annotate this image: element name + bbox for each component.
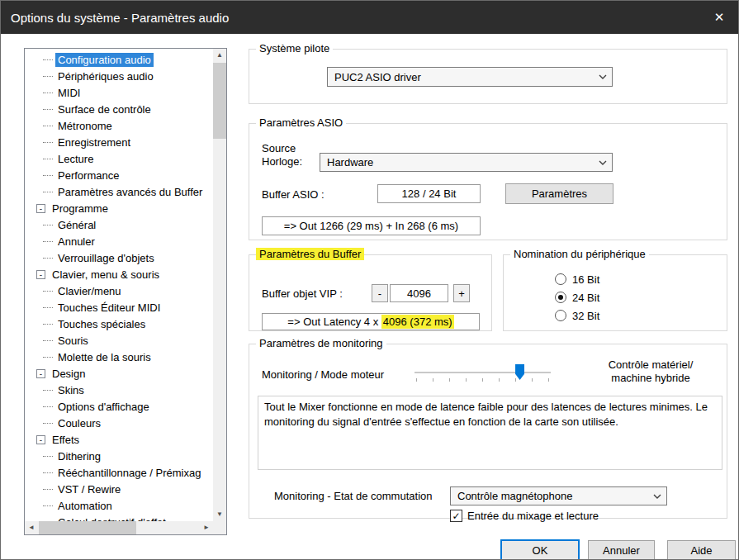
- tree-item-label: VST / Rewire: [55, 482, 123, 496]
- tree-connector: [43, 340, 53, 341]
- tree-connector: [43, 225, 53, 225]
- tree-horizontal-scrollbar[interactable]: ◄ ►: [25, 521, 213, 534]
- tree-vertical-scrollbar[interactable]: ▲ ▼: [213, 49, 226, 521]
- vertical-scrollbar-thumb[interactable]: [213, 63, 226, 139]
- tree-item[interactable]: Métronome: [26, 117, 213, 134]
- buffer-decrease-button[interactable]: -: [372, 284, 388, 302]
- mix-playback-option[interactable]: ✓ Entrée du mixage et lecture: [450, 510, 599, 522]
- radio-icon[interactable]: [555, 310, 566, 321]
- tree-item-label: Périphériques audio: [55, 69, 156, 83]
- bit-options: 16 Bit24 Bit32 Bit: [555, 270, 599, 325]
- scroll-down-icon[interactable]: ▼: [213, 508, 226, 521]
- tree-item[interactable]: Paramètres avancés du Buffer: [26, 183, 213, 200]
- tree-connector: [43, 307, 53, 308]
- scroll-up-icon[interactable]: ▲: [213, 49, 226, 62]
- tree-item[interactable]: Performance: [26, 167, 213, 183]
- horizontal-scrollbar-thumb[interactable]: [39, 521, 136, 534]
- monitoring-state-select[interactable]: Contrôle magnétophone: [450, 486, 667, 505]
- tree-item[interactable]: Calcul destructif d'effet: [26, 514, 213, 521]
- tree-item[interactable]: Lecture: [26, 150, 213, 167]
- window-title: Options du système - Paramètres audio: [1, 11, 229, 25]
- collapse-icon[interactable]: -: [36, 369, 45, 378]
- collapse-icon[interactable]: -: [36, 270, 45, 279]
- dialog-content: Configuration audioPériphériques audioMI…: [1, 34, 739, 560]
- settings-tree: Configuration audioPériphériques audioMI…: [24, 48, 227, 535]
- slider-ticks: [416, 378, 549, 382]
- tree-item-label: Paramètres avancés du Buffer: [55, 185, 205, 199]
- collapse-icon[interactable]: -: [36, 204, 45, 213]
- tree-item-label: Skins: [55, 383, 87, 397]
- tree-connector: [43, 76, 53, 77]
- driver-select[interactable]: PUC2 ASIO driver: [327, 67, 613, 87]
- tree-item-label: Touches spéciales: [55, 317, 148, 331]
- scroll-right-icon[interactable]: ►: [200, 521, 213, 534]
- scrollbar-corner: [213, 521, 226, 534]
- tree-connector: [43, 159, 53, 159]
- checkbox-icon[interactable]: ✓: [450, 510, 462, 522]
- tree-item[interactable]: -Effets: [26, 431, 213, 448]
- tree-item[interactable]: Touches Éditeur MIDI: [26, 299, 213, 316]
- tree-item-label: Performance: [55, 168, 121, 183]
- tree-item[interactable]: Souris: [26, 332, 213, 349]
- tree-connector: [43, 109, 53, 110]
- vip-buffer-value[interactable]: 4096: [390, 284, 448, 302]
- clock-source-value: Hardware: [320, 156, 594, 168]
- tree-item[interactable]: Périphériques audio: [26, 68, 213, 84]
- bit-option-label: 24 Bit: [572, 292, 599, 304]
- device-naming-group: Nomination du périphérique 16 Bit24 Bit3…: [503, 254, 727, 331]
- tree-item[interactable]: -Clavier, menu & souris: [26, 266, 213, 282]
- tree-connector: [43, 505, 53, 506]
- vip-buffer-label: Buffer objet VIP :: [262, 287, 343, 300]
- audio-settings-dialog: Options du système - Paramètres audio ✕ …: [0, 0, 739, 560]
- tree-item[interactable]: Clavier/menu: [26, 282, 213, 299]
- scroll-left-icon[interactable]: ◄: [25, 521, 38, 534]
- monitoring-mode-slider[interactable]: [415, 364, 551, 386]
- tree-item[interactable]: Surface de contrôle: [26, 101, 213, 117]
- chevron-down-icon: [594, 74, 612, 79]
- tree-item[interactable]: Couleurs: [26, 415, 213, 431]
- radio-icon[interactable]: [555, 292, 566, 303]
- tree-item[interactable]: Molette de la souris: [26, 349, 213, 365]
- tree-item[interactable]: Rééchantillonnage / Prémixag: [26, 464, 213, 481]
- tree-item[interactable]: -Programme: [26, 200, 213, 216]
- buffer-increase-button[interactable]: +: [453, 284, 470, 302]
- tree-item[interactable]: Automation: [26, 497, 213, 514]
- mix-playback-label: Entrée du mixage et lecture: [467, 510, 599, 522]
- radio-icon[interactable]: [555, 273, 566, 285]
- bit-option[interactable]: 32 Bit: [555, 306, 599, 325]
- ok-button[interactable]: OK: [500, 539, 580, 560]
- tree-item[interactable]: Verrouillage d'objets: [26, 249, 213, 266]
- tree-item[interactable]: Configuration audio: [26, 51, 213, 68]
- tree-connector: [43, 423, 53, 424]
- help-button[interactable]: Aide: [667, 540, 736, 560]
- cancel-button[interactable]: Annuler: [588, 540, 655, 560]
- asio-parameters-button[interactable]: Paramètres: [505, 183, 613, 204]
- monitoring-group-title: Paramètres de monitoring: [256, 337, 386, 349]
- close-icon[interactable]: ✕: [700, 1, 738, 34]
- tree-item[interactable]: Touches spéciales: [26, 316, 213, 332]
- tree-item-label: Effets: [50, 433, 82, 447]
- tree-item-label: Touches Éditeur MIDI: [55, 301, 163, 315]
- tree-item-label: Surface de contrôle: [55, 102, 154, 116]
- tree-item[interactable]: Dithering: [26, 448, 213, 464]
- tree-connector: [43, 456, 53, 457]
- tree-item[interactable]: Annuler: [26, 233, 213, 249]
- clock-source-select[interactable]: Hardware: [320, 153, 613, 172]
- bit-option[interactable]: 24 Bit: [555, 288, 599, 306]
- device-naming-group-title: Nomination du périphérique: [510, 248, 649, 260]
- tree-item[interactable]: Options d'affichage: [26, 398, 213, 415]
- clock-source-label: Source Horloge:: [262, 142, 302, 168]
- tree-item[interactable]: MIDI: [26, 84, 213, 101]
- collapse-icon[interactable]: -: [36, 435, 45, 444]
- asio-settings-group: Paramètres ASIO Source Horloge: Hardware…: [249, 123, 727, 240]
- tree-item[interactable]: Enregistrement: [26, 134, 213, 150]
- tree-item[interactable]: VST / Rewire: [26, 481, 213, 497]
- tree-item-label: Enregistrement: [55, 135, 133, 149]
- tree-connector: [43, 59, 53, 60]
- monitoring-mode-value: Contrôle matériel/ machine hybride: [580, 358, 722, 385]
- tree-item[interactable]: Général: [26, 216, 213, 233]
- tree-item[interactable]: -Design: [26, 365, 213, 382]
- tree-item[interactable]: Skins: [26, 382, 213, 398]
- tree-item-label: Automation: [55, 499, 115, 513]
- bit-option[interactable]: 16 Bit: [555, 270, 599, 288]
